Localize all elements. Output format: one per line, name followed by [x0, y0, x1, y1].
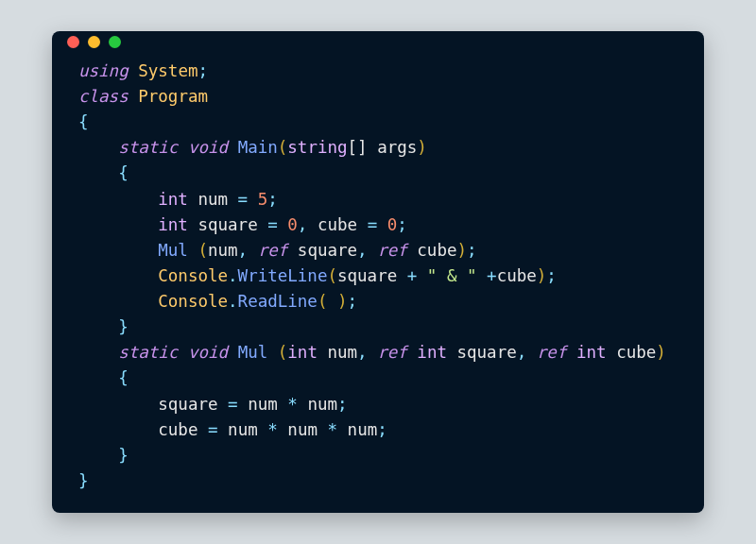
titlebar — [52, 31, 704, 53]
brace: { — [78, 112, 89, 131]
keyword: ref — [377, 241, 407, 260]
method-name: Mul — [238, 343, 268, 362]
op: = — [238, 190, 249, 209]
brace: { — [118, 163, 129, 182]
comma: , — [298, 215, 308, 234]
op: = — [368, 215, 378, 234]
param: num — [327, 343, 357, 362]
minimize-icon[interactable] — [88, 36, 100, 48]
number: 0 — [287, 215, 298, 234]
number: 0 — [387, 215, 398, 234]
param: args — [377, 138, 417, 157]
keyword: using — [78, 61, 129, 80]
brace: { — [118, 368, 129, 387]
keyword: void — [188, 343, 228, 362]
op: * — [328, 420, 338, 439]
code-window: using System; class Program { static voi… — [52, 31, 704, 513]
type: int — [287, 343, 318, 362]
brace: } — [118, 317, 129, 336]
var: num — [228, 420, 258, 439]
op: + — [487, 266, 497, 285]
param: square — [457, 343, 517, 362]
method-call: ReadLine — [238, 292, 318, 311]
brace: } — [78, 471, 89, 490]
number: 5 — [258, 190, 268, 209]
var: square — [198, 215, 257, 234]
var: square — [158, 395, 217, 414]
method-call: WriteLine — [238, 266, 328, 285]
method-name: Main — [238, 138, 278, 157]
class-ref: Console — [158, 292, 228, 311]
var: num — [198, 190, 228, 209]
type: string — [287, 138, 347, 157]
arg: cube — [417, 241, 456, 260]
var: num — [248, 395, 278, 414]
op: = — [208, 420, 218, 439]
keyword: ref — [537, 343, 567, 362]
arg: cube — [497, 266, 537, 285]
op: * — [287, 395, 298, 414]
var: num — [287, 420, 318, 439]
op: = — [228, 395, 238, 414]
keyword: ref — [258, 241, 288, 260]
keyword: ref — [377, 343, 407, 362]
arg: square — [337, 266, 397, 285]
op: + — [407, 266, 418, 285]
class-ref: Console — [158, 266, 228, 285]
arg: num — [208, 241, 238, 260]
close-icon[interactable] — [67, 36, 79, 48]
op: * — [267, 420, 278, 439]
type: int — [158, 190, 188, 209]
op: = — [267, 215, 278, 234]
var: num — [307, 395, 337, 414]
namespace: System — [138, 61, 198, 80]
param: cube — [616, 343, 656, 362]
var: cube — [318, 215, 357, 234]
arg: square — [298, 241, 357, 260]
brackets: [] — [348, 138, 368, 157]
var: cube — [158, 420, 198, 439]
keyword: static — [118, 343, 178, 362]
type: int — [158, 215, 188, 234]
type: int — [417, 343, 447, 362]
method-call: Mul — [158, 241, 188, 260]
code-block: using System; class Program { static voi… — [52, 53, 704, 513]
brace: } — [118, 446, 129, 465]
keyword: class — [78, 87, 129, 106]
maximize-icon[interactable] — [109, 36, 121, 48]
keyword: static — [118, 138, 178, 157]
class-name: Program — [138, 87, 208, 106]
keyword: void — [188, 138, 228, 157]
type: int — [576, 343, 607, 362]
string: " & " — [427, 266, 477, 285]
var: num — [348, 420, 378, 439]
